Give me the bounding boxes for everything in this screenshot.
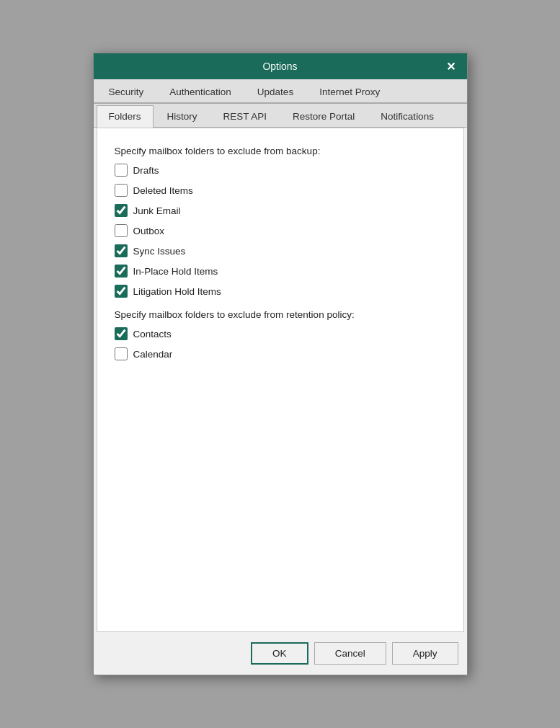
tab-restore-portal[interactable]: Restore Portal [280, 105, 367, 127]
retention-section-label: Specify mailbox folders to exclude from … [115, 309, 446, 320]
checkbox-outbox[interactable]: Outbox [115, 224, 446, 237]
checkbox-in-place-hold-label: In-Place Hold Items [133, 266, 218, 277]
ok-button[interactable]: OK [251, 642, 308, 665]
checkbox-outbox-label: Outbox [133, 226, 165, 236]
checkbox-calendar-input[interactable] [115, 347, 128, 360]
checkbox-sync-issues-label: Sync Issues [133, 246, 186, 257]
tab-history[interactable]: History [155, 105, 210, 127]
checkbox-junk-email-label: Junk Email [133, 205, 181, 216]
checkbox-drafts-label: Drafts [133, 165, 159, 176]
title-bar: Options ✕ [94, 53, 467, 79]
backup-section-label: Specify mailbox folders to exclude from … [115, 146, 446, 156]
apply-button[interactable]: Apply [392, 642, 458, 665]
checkbox-junk-email[interactable]: Junk Email [115, 204, 446, 217]
tab-security[interactable]: Security [97, 81, 156, 102]
close-button[interactable]: ✕ [444, 59, 458, 74]
checkbox-contacts[interactable]: Contacts [115, 327, 446, 340]
button-bar: OK Cancel Apply [94, 635, 467, 675]
tab-rest-api[interactable]: REST API [211, 105, 280, 127]
dialog-title: Options [117, 61, 444, 72]
checkbox-drafts-input[interactable] [115, 164, 128, 177]
checkbox-contacts-label: Contacts [133, 329, 172, 339]
tabs-row1: Security Authentication Updates Internet… [94, 79, 467, 103]
tab-internet-proxy[interactable]: Internet Proxy [307, 81, 392, 102]
checkbox-in-place-hold[interactable]: In-Place Hold Items [115, 265, 446, 278]
checkbox-calendar-label: Calendar [133, 349, 173, 360]
checkbox-contacts-input[interactable] [115, 327, 128, 340]
tab-updates[interactable]: Updates [245, 81, 306, 102]
tab-notifications[interactable]: Notifications [368, 105, 446, 127]
checkbox-outbox-input[interactable] [115, 224, 128, 237]
checkbox-junk-email-input[interactable] [115, 204, 128, 217]
checkbox-deleted-items-label: Deleted Items [133, 185, 193, 196]
checkbox-litigation-hold[interactable]: Litigation Hold Items [115, 285, 446, 298]
checkbox-sync-issues-input[interactable] [115, 244, 128, 257]
checkbox-deleted-items[interactable]: Deleted Items [115, 184, 446, 197]
checkbox-litigation-hold-label: Litigation Hold Items [133, 286, 221, 297]
cancel-button[interactable]: Cancel [314, 642, 386, 665]
checkbox-sync-issues[interactable]: Sync Issues [115, 244, 446, 257]
tab-authentication[interactable]: Authentication [157, 81, 244, 102]
options-dialog: Options ✕ Security Authentication Update… [93, 53, 468, 675]
checkbox-drafts[interactable]: Drafts [115, 164, 446, 177]
checkbox-in-place-hold-input[interactable] [115, 265, 128, 278]
checkbox-litigation-hold-input[interactable] [115, 285, 128, 298]
tabs-row2: Folders History REST API Restore Portal … [94, 103, 467, 128]
checkbox-deleted-items-input[interactable] [115, 184, 128, 197]
tab-folders[interactable]: Folders [97, 105, 154, 128]
checkbox-calendar[interactable]: Calendar [115, 347, 446, 360]
content-area: Specify mailbox folders to exclude from … [97, 128, 464, 632]
